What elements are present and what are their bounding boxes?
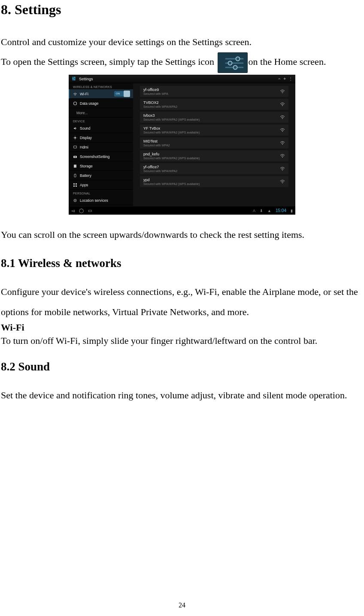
camera-icon (73, 155, 77, 159)
sidebar-item-storage: Storage (69, 161, 133, 171)
page-number: 24 (0, 601, 364, 609)
download-icon: ⬇ (260, 209, 263, 213)
network-name: yf-office9 (143, 88, 280, 92)
sidebar-item-label: Data usage (80, 101, 130, 106)
wifi-toggle-on: ON (114, 91, 130, 97)
network-security: Secured with WPA/WPA2 (143, 105, 280, 108)
storage-icon (73, 164, 77, 168)
sidebar-item-label: Battery (80, 173, 130, 178)
sidebar-item-battery: Battery (69, 171, 133, 180)
paragraph-scroll-hint: You can scroll on the screen upwards/dow… (1, 225, 363, 245)
sidebar-item-label: Wi-Fi (80, 92, 112, 96)
svg-rect-26 (76, 183, 77, 185)
network-security: Secured with WPA (143, 92, 280, 95)
screenshot-title: Settings (79, 77, 276, 81)
sidebar-item-label: ScreenshotSetting (80, 155, 130, 159)
svg-point-1 (236, 57, 240, 61)
svg-point-13 (74, 102, 77, 105)
svg-point-32 (282, 92, 283, 93)
sidebar-item-label: Display (80, 136, 130, 140)
network-name: MIDTest (143, 139, 280, 143)
svg-rect-27 (73, 185, 75, 187)
sidebar-item-apps: Apps (69, 180, 133, 190)
wifi-signal-icon (280, 102, 285, 106)
settings-sliders-icon (71, 76, 76, 82)
wifi-signal-icon (280, 167, 285, 171)
status-a-icon: A (253, 209, 255, 213)
sidebar-item-screenshot-setting: ScreenshotSetting (69, 152, 133, 161)
svg-rect-19 (74, 146, 77, 148)
sidebar-item-sound: Sound (69, 124, 133, 133)
sidebar-item-security: Security (69, 205, 133, 206)
recents-icon: ▭ (88, 208, 92, 213)
sidebar-item-display: Display (69, 133, 133, 143)
battery-status-icon: ▮ (291, 209, 293, 213)
settings-icon (218, 52, 248, 73)
svg-rect-24 (75, 174, 76, 174)
network-name: yf-office7 (143, 165, 280, 169)
network-security: Secured with WPA/WPA2 (WPS available) (143, 157, 280, 160)
sidebar-item-label: Hdmi (80, 145, 130, 149)
svg-point-33 (282, 105, 283, 106)
text-before-icon: To open the Settings screen, simply tap … (1, 56, 217, 67)
network-security: Secured with WPA/WPA2 (WPS available) (143, 182, 280, 185)
sidebar-item-label: Security (80, 206, 130, 206)
network-item: MIDTestSecured with WPA2 (140, 137, 288, 149)
svg-rect-25 (73, 183, 75, 185)
network-item: yf-office9Secured with WPA (140, 86, 288, 97)
network-item: pnd_kefuSecured with WPA/WPA2 (WPS avail… (140, 150, 288, 161)
network-security: Secured with WPA/WPA2 (WPS available) (143, 118, 280, 121)
sidebar-category: DEVICE (69, 118, 133, 124)
network-item: TVBOX2Secured with WPA/WPA2 (140, 99, 288, 110)
sidebar-item-label: Storage (80, 164, 130, 168)
wifi-signal-icon (280, 128, 285, 132)
svg-point-34 (282, 118, 283, 119)
svg-point-38 (282, 170, 283, 170)
sidebar-category: WIRELESS & NETWORKS (69, 83, 133, 89)
paragraph-wifi-toggle: To turn on/off Wi-Fi, simply slide your … (1, 333, 363, 348)
sidebar-item-label: Location services (80, 198, 130, 203)
scan-icon: 𝄐 (278, 76, 281, 82)
screenshot-topbar: Settings 𝄐 + ⋮ (69, 75, 295, 83)
network-name: ypd (143, 178, 280, 182)
network-item: tvbox3Secured with WPA/WPA2 (WPS availab… (140, 112, 288, 123)
svg-point-7 (74, 76, 76, 78)
screenshot-statusbar: ◅ ◯ ▭ A ⬇ ▲ 15:04 ▮ (69, 206, 295, 215)
network-item: yf-office7Secured with WPA/WPA2 (140, 163, 288, 174)
section-heading: 8. Settings (1, 2, 363, 18)
network-security: Secured with WPA2 (143, 144, 280, 147)
wifi-signal-icon (280, 89, 285, 94)
svg-point-3 (228, 61, 232, 65)
network-name: pnd_kefu (143, 152, 280, 156)
sidebar-item-more: More... (69, 108, 133, 118)
sound-icon (73, 126, 77, 130)
subsection-heading: 8.1 Wireless & networks (1, 257, 363, 270)
sidebar-item-wifi: Wi-Fi ON (69, 89, 133, 99)
display-icon (73, 136, 77, 140)
svg-point-39 (282, 182, 283, 183)
settings-screenshot: Settings 𝄐 + ⋮ WIRELESS & NETWORKS Wi-Fi… (69, 75, 295, 215)
network-name: tvbox3 (143, 113, 280, 118)
network-name: YF TvBox (143, 126, 280, 130)
apps-icon (73, 183, 77, 187)
back-icon: ◅ (71, 208, 75, 213)
sidebar-item-hdmi: Hdmi (69, 143, 133, 152)
svg-point-12 (75, 95, 76, 96)
data-usage-icon (73, 101, 77, 106)
battery-icon (73, 173, 77, 178)
network-security: Secured with WPA/WPA2 (143, 170, 280, 173)
screenshot-network-list: yf-office9Secured with WPATVBOX2Secured … (133, 83, 295, 206)
svg-rect-23 (74, 174, 76, 177)
svg-rect-22 (74, 164, 76, 167)
wifi-icon (73, 92, 77, 96)
wifi-signal-icon (280, 141, 285, 145)
svg-point-35 (282, 131, 283, 132)
overflow-menu-icon: ⋮ (288, 76, 293, 81)
svg-point-9 (73, 78, 74, 79)
svg-point-36 (282, 144, 283, 145)
intro-paragraph-1: Control and customize your device settin… (1, 32, 363, 52)
wifi-signal-icon (280, 154, 285, 158)
svg-point-21 (75, 156, 76, 158)
svg-point-11 (74, 79, 75, 80)
paragraph-wireless: Configure your device's wireless connect… (1, 282, 363, 322)
